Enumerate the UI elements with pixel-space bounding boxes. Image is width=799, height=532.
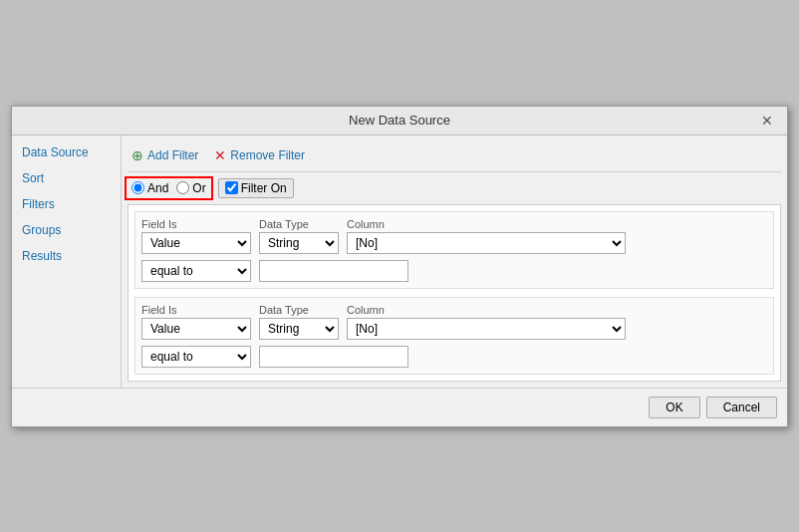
dialog-footer: OK Cancel — [12, 388, 787, 426]
field-is-select-1[interactable]: Value — [141, 232, 251, 254]
sidebar-item-results[interactable]: Results — [12, 243, 121, 269]
filter-row-1: Field Is Value Data Type String — [134, 211, 774, 289]
filter-row-1-top: Field Is Value Data Type String — [141, 218, 767, 254]
and-or-group: And Or — [128, 179, 210, 197]
field-is-group-2: Field Is Value — [141, 304, 251, 340]
or-radio[interactable] — [176, 181, 189, 194]
condition-select-2[interactable]: equal to — [141, 346, 251, 368]
cancel-button[interactable]: Cancel — [706, 397, 777, 418]
field-is-group-1: Field Is Value — [141, 218, 251, 254]
column-group-1: Column [No] — [347, 218, 626, 254]
sidebar-item-data-source[interactable]: Data Source — [12, 139, 121, 165]
data-type-group-2: Data Type String — [259, 304, 339, 340]
column-label-1: Column — [347, 218, 626, 230]
remove-filter-button[interactable]: ✕ Remove Filter — [210, 145, 309, 165]
data-type-label-2: Data Type — [259, 304, 339, 316]
filter-on-checkbox[interactable] — [225, 181, 238, 194]
filter-row-2-top: Field Is Value Data Type String — [141, 304, 767, 340]
value-input-2[interactable] — [259, 346, 408, 368]
remove-filter-icon: ✕ — [214, 147, 226, 163]
or-radio-label[interactable]: Or — [176, 181, 205, 195]
column-label-2: Column — [347, 304, 626, 316]
value-input-1[interactable] — [259, 260, 408, 282]
filter-row-2: Field Is Value Data Type String — [134, 297, 774, 375]
column-select-1[interactable]: [No] — [347, 232, 626, 254]
sidebar-item-sort[interactable]: Sort — [12, 165, 121, 191]
column-group-2: Column [No] — [347, 304, 626, 340]
main-content: ⊕ Add Filter ✕ Remove Filter And — [122, 135, 787, 388]
field-is-select-2[interactable]: Value — [141, 318, 251, 340]
filter-on-label[interactable]: Filter On — [218, 178, 294, 198]
field-is-label-1: Field Is — [141, 218, 251, 230]
filter-row-1-bottom: equal to — [141, 260, 767, 282]
close-button[interactable]: ✕ — [757, 113, 777, 129]
sidebar-item-groups[interactable]: Groups — [12, 217, 121, 243]
sidebar-item-filters[interactable]: Filters — [12, 191, 121, 217]
new-data-source-dialog: New Data Source ✕ Data Source Sort Filte… — [11, 106, 788, 427]
ok-button[interactable]: OK — [649, 397, 699, 418]
data-type-select-1[interactable]: String — [259, 232, 339, 254]
sidebar: Data Source Sort Filters Groups Results — [12, 135, 122, 388]
filter-toolbar: ⊕ Add Filter ✕ Remove Filter — [128, 141, 781, 172]
and-radio[interactable] — [132, 181, 144, 194]
data-type-label-1: Data Type — [259, 218, 339, 230]
column-select-2[interactable]: [No] — [347, 318, 626, 340]
data-type-group-1: Data Type String — [259, 218, 339, 254]
condition-select-1[interactable]: equal to — [141, 260, 251, 282]
dialog-title: New Data Source — [42, 113, 757, 128]
add-filter-icon: ⊕ — [132, 147, 143, 163]
filter-row-2-bottom: equal to — [141, 346, 767, 368]
field-is-label-2: Field Is — [141, 304, 251, 316]
dialog-body: Data Source Sort Filters Groups Results … — [12, 135, 787, 388]
and-radio-label[interactable]: And — [132, 181, 168, 195]
filters-area: Field Is Value Data Type String — [128, 204, 781, 382]
add-filter-button[interactable]: ⊕ Add Filter — [128, 145, 202, 165]
dialog-titlebar: New Data Source ✕ — [12, 107, 787, 135]
filter-logic-row: And Or Filter On — [128, 178, 781, 198]
data-type-select-2[interactable]: String — [259, 318, 339, 340]
